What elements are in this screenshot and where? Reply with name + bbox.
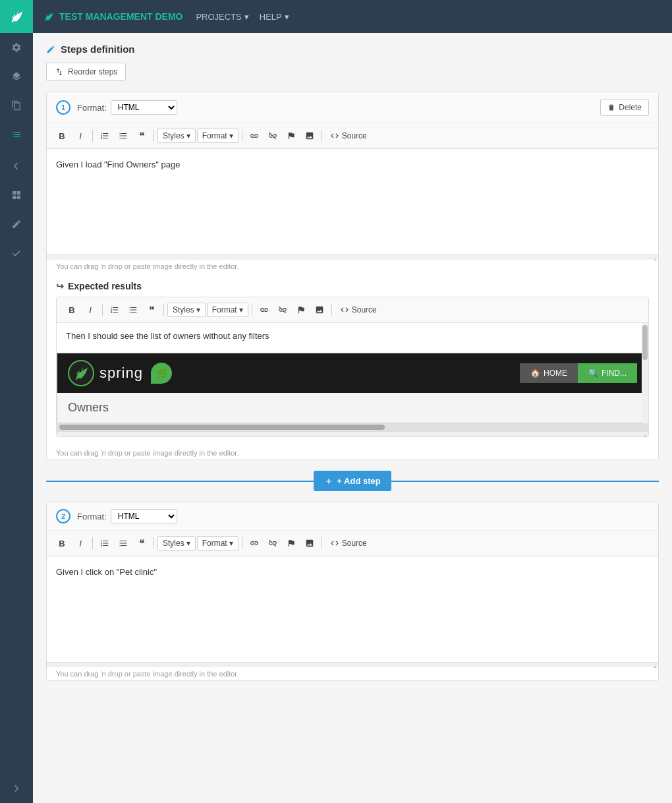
steps-title: Steps definition [61,44,135,55]
exp-image-button[interactable] [311,301,328,318]
step1-format-dropdown[interactable]: Format ▾ [197,129,238,143]
exp-styles-dropdown[interactable]: Styles ▾ [167,303,206,317]
step1-quote-button[interactable]: ❝ [133,127,150,144]
exp-bold-button[interactable]: B [63,301,80,318]
spring-body: Owners [57,393,648,423]
steps-header: Steps definition [46,44,659,55]
sidebar-item-layers[interactable] [0,62,33,91]
step-1-resize-handle[interactable]: ⌟ [47,254,658,260]
add-step-line-left [46,481,314,482]
step-2-toolbar: B I ❝ Styles ▾ Format ▾ [47,531,658,556]
step1-unlink-button[interactable] [264,127,281,144]
expected-content-area[interactable]: Then I should see the list of owners wit… [57,323,648,431]
step-1-header: 1 Format: HTML Plain Text Delete [47,92,658,123]
scrollbar-thumb [59,425,385,430]
step-2-header: 2 Format: HTML Plain Text [47,502,658,531]
topnav-brand: TEST MANAGEMENT DEMO [43,11,182,22]
sidebar-item-chevron[interactable] [0,774,33,803]
spring-image: spring 🌿 🏠 HOME [57,353,648,423]
step1-image-button[interactable] [301,127,318,144]
step1-link-button[interactable] [246,127,263,144]
add-step-divider: + Add step [46,471,659,491]
exp-flag-button[interactable] [293,301,310,318]
step-1-editor-content[interactable]: Given I load "Find Owners" page [47,149,658,254]
toolbar-sep-2 [154,130,154,142]
step2-source-button[interactable]: Source [325,537,372,550]
toolbar-sep-3 [242,130,242,142]
expected-text: Then I should see the list of owners wit… [57,323,648,346]
step2-flag-button[interactable] [283,535,300,552]
step1-ordered-list-button[interactable] [96,127,113,144]
step1-flag-button[interactable] [283,127,300,144]
nav-help[interactable]: HELP ▾ [260,12,289,22]
sidebar-item-list[interactable] [0,120,33,149]
exp-quote-button[interactable]: ❝ [143,301,160,318]
step-2-format-label: Format: [77,512,107,521]
vertical-scrollbar-track[interactable] [642,323,648,423]
step2-source-icon [330,539,339,548]
sidebar-logo[interactable] [0,0,33,33]
pencil-icon [46,45,55,54]
step2-ordered-list-button[interactable] [96,535,113,552]
step2-image-button[interactable] [301,535,318,552]
exp-unordered-list-button[interactable] [125,301,142,318]
step-1-delete-button[interactable]: Delete [600,99,649,116]
nav-projects[interactable]: PROJECTS ▾ [196,12,248,22]
content-area: Steps definition Reorder steps 1 Format:… [33,33,672,803]
exp-format-dropdown[interactable]: Format ▾ [207,303,248,317]
horizontal-scrollbar[interactable] [57,423,648,431]
step-2-format-select[interactable]: HTML Plain Text [111,509,177,523]
exp-ordered-list-button[interactable] [106,301,123,318]
sidebar-item-grid[interactable] [0,181,33,210]
spring-header: spring 🌿 🏠 HOME [57,353,648,393]
step1-unordered-list-button[interactable] [115,127,132,144]
step-1-toolbar: B I ❝ Styles ▾ Format ▾ [47,123,658,149]
step1-styles-dropdown[interactable]: Styles ▾ [157,129,196,143]
expected-drag-hint: You can drag 'n drop or paste image dire… [47,446,658,460]
step-2-editor-content[interactable]: Given I click on "Pet clinic" [47,556,658,662]
resize-icon: ⌟ [654,254,657,261]
add-icon [324,477,333,486]
step2-bold-button[interactable]: B [53,535,70,552]
reorder-icon [55,67,64,76]
arrow-right-icon: ↪ [56,281,64,291]
step-1-format-label: Format: [77,103,107,113]
step-1-number: 1 [56,100,70,115]
step1-bold-button[interactable]: B [53,127,70,144]
step2-unlink-button[interactable] [264,535,281,552]
step2-italic-button[interactable]: I [72,535,89,552]
expected-results-editor: B I ❝ Styles ▾ [56,297,649,437]
spring-circle-logo [68,360,94,386]
exp-italic-button[interactable]: I [82,301,99,318]
exp-link-button[interactable] [256,301,273,318]
reorder-steps-button[interactable]: Reorder steps [46,63,126,81]
sidebar-item-check[interactable] [0,239,33,268]
expected-resize-handle[interactable]: ⌟ [57,431,648,436]
main-container: TEST MANAGEMENT DEMO PROJECTS ▾ HELP ▾ S… [33,0,672,803]
step-2-number: 2 [56,509,70,523]
step1-italic-button[interactable]: I [72,127,89,144]
add-step-button[interactable]: + Add step [314,471,391,491]
expected-results-section: ↪ Expected results B I [47,273,658,460]
step-1-container: 1 Format: HTML Plain Text Delete B I [46,92,659,460]
exp-source-button[interactable]: Source [335,303,381,316]
sidebar-item-expand-left[interactable] [0,152,33,181]
sidebar-item-copy[interactable] [0,91,33,120]
toolbar-sep-4 [322,130,322,142]
step2-quote-button[interactable]: ❝ [133,535,150,552]
step-1-format-select[interactable]: HTML Plain Text [111,100,177,115]
step2-format-dropdown[interactable]: Format ▾ [197,536,238,550]
exp-unlink-button[interactable] [274,301,291,318]
sidebar-item-settings[interactable] [0,33,33,62]
brand-name: TEST MANAGEMENT DEMO [59,11,182,22]
step2-styles-dropdown[interactable]: Styles ▾ [157,536,196,550]
expected-toolbar: B I ❝ Styles ▾ [57,297,648,323]
step2-link-button[interactable] [246,535,263,552]
step-2-resize-handle[interactable]: ⌟ [47,662,658,667]
sidebar-item-git[interactable] [0,210,33,239]
step2-unordered-list-button[interactable] [115,535,132,552]
spring-badge: 🌿 [151,363,172,384]
spring-leaf-icon [73,365,89,381]
spring-nav-find: 🔍 FIND... [578,363,637,383]
step1-source-button[interactable]: Source [325,129,372,142]
